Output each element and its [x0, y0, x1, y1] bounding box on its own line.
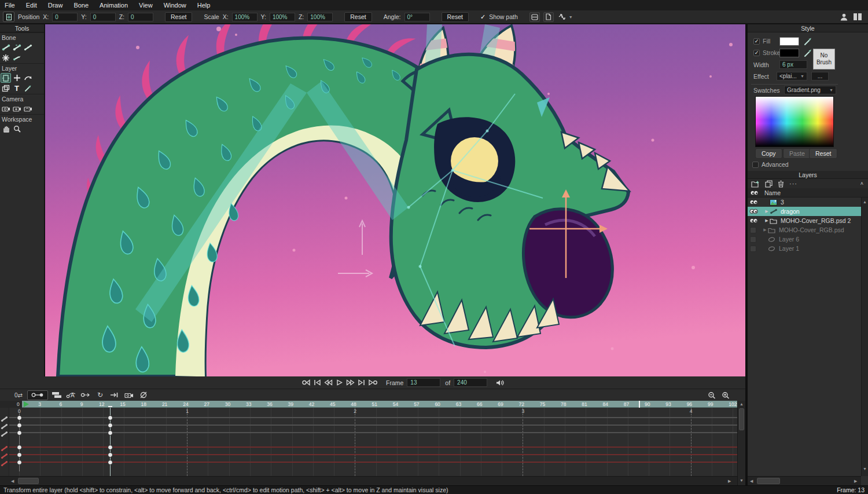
- timeline-horizontal-scrollbar[interactable]: ◀ ▶: [0, 476, 737, 485]
- keyframe-dot[interactable]: [108, 423, 113, 428]
- keyframe-dot[interactable]: [17, 445, 22, 450]
- keyframe-dot[interactable]: [108, 445, 113, 450]
- expand-arrow-icon[interactable]: ▶: [764, 218, 770, 223]
- effect-dropdown[interactable]: <plai...▼: [777, 72, 807, 80]
- go-to-end-button[interactable]: [356, 378, 367, 387]
- fill-color-swatch[interactable]: [779, 37, 799, 46]
- keyframe-interval-button[interactable]: [27, 390, 48, 400]
- layers-horizontal-scrollbar[interactable]: ◀ ▶: [748, 476, 861, 485]
- play-every-frame-button[interactable]: [367, 378, 378, 387]
- position-reset-button[interactable]: Reset: [165, 12, 192, 22]
- copy-frame-button[interactable]: [543, 12, 554, 22]
- scale-bone-tool[interactable]: [23, 42, 33, 52]
- frame-zero-keys-button[interactable]: 0⇄: [13, 390, 24, 400]
- angle-reset-button[interactable]: Reset: [442, 12, 469, 22]
- menu-edit[interactable]: Edit: [26, 2, 37, 9]
- scroll-up-icon[interactable]: ▲: [863, 200, 867, 204]
- audio-toggle-button[interactable]: [494, 378, 505, 387]
- new-layer-button[interactable]: [751, 180, 760, 188]
- layer-row[interactable]: Layer 1: [748, 244, 861, 253]
- zoom-workspace-tool[interactable]: [12, 124, 22, 134]
- scale-reset-button[interactable]: Reset: [344, 12, 372, 22]
- bone-channel-icon[interactable]: [1, 429, 8, 440]
- range-marker[interactable]: [639, 401, 640, 408]
- scroll-down-icon[interactable]: ▼: [863, 467, 867, 471]
- effect-more-button[interactable]: ...: [811, 72, 829, 80]
- menu-bone[interactable]: Bone: [73, 2, 89, 9]
- timeline-ruler[interactable]: 0369121518212427303336394245485154576063…: [0, 401, 737, 408]
- layer-hidden-toggle[interactable]: [750, 246, 756, 252]
- stroke-color-swatch[interactable]: [779, 49, 799, 57]
- menu-view[interactable]: View: [139, 2, 153, 9]
- canvas-artwork[interactable]: [45, 24, 745, 376]
- reparent-bone-tool[interactable]: [12, 53, 22, 63]
- menu-help[interactable]: Help: [197, 2, 211, 9]
- scroll-up-icon[interactable]: ▲: [740, 402, 744, 406]
- layer-hidden-toggle[interactable]: [750, 236, 756, 243]
- eyedropper-tool[interactable]: [23, 83, 33, 93]
- layer-row[interactable]: Layer 6: [748, 235, 861, 244]
- timeline-zoom-out-button[interactable]: [706, 390, 718, 400]
- timeline-vertical-scrollbar[interactable]: ▲ ▼: [737, 401, 745, 485]
- position-y-input[interactable]: 0: [90, 13, 116, 21]
- layer-visible-toggle[interactable]: [749, 199, 758, 205]
- mute-channel-button[interactable]: [138, 390, 149, 400]
- advanced-checkbox[interactable]: [752, 162, 759, 168]
- current-tool-icon[interactable]: [3, 12, 14, 22]
- color-spectrum-picker[interactable]: [755, 96, 834, 147]
- cycle-keys-button[interactable]: ↻: [94, 390, 106, 400]
- fill-checkbox[interactable]: ✓: [753, 38, 760, 45]
- expand-arrow-icon[interactable]: ▶: [762, 228, 768, 232]
- angle-input[interactable]: 0°: [404, 13, 430, 21]
- rotate-layer-tool[interactable]: [23, 73, 33, 83]
- width-input[interactable]: 6 px: [779, 60, 807, 69]
- scale-z-input[interactable]: 100%: [307, 13, 333, 21]
- layer-row[interactable]: ▶MOHO-Cover_RGB.psd 2: [748, 216, 861, 225]
- keyframe-dot[interactable]: [17, 452, 22, 458]
- playhead-marker[interactable]: [24, 401, 29, 407]
- keyframe-dot[interactable]: [108, 430, 113, 436]
- show-path-checkbox[interactable]: ✓: [480, 13, 486, 21]
- keyframe-dot[interactable]: [108, 452, 113, 458]
- layers-vertical-scrollbar[interactable]: ▲ ▼: [861, 197, 868, 476]
- layer-hidden-toggle[interactable]: [750, 227, 756, 233]
- style-copy-button[interactable]: Copy: [755, 148, 782, 159]
- layer-visible-toggle[interactable]: [749, 218, 758, 224]
- menu-animation[interactable]: Animation: [100, 2, 128, 9]
- no-brush-button[interactable]: No Brush: [813, 49, 835, 69]
- cycle-playback-button[interactable]: [301, 378, 312, 387]
- add-bone-tool[interactable]: [1, 53, 11, 63]
- keyframe-dot[interactable]: [108, 460, 113, 465]
- user-account-icon[interactable]: [840, 13, 848, 21]
- keyframe-link-button[interactable]: [80, 390, 91, 400]
- previous-keyframe-button[interactable]: [323, 378, 334, 387]
- swatches-dropdown[interactable]: Gradient.png▼: [784, 86, 836, 94]
- delete-layer-button[interactable]: [778, 180, 784, 188]
- keyframe-dot[interactable]: [17, 415, 22, 420]
- style-reset-button[interactable]: Reset: [809, 148, 837, 159]
- scrollbar-thumb[interactable]: [18, 478, 39, 484]
- layer-row[interactable]: ▶dragon: [748, 207, 861, 216]
- layer-channels-button[interactable]: [51, 390, 62, 400]
- duplicate-layer-button[interactable]: [765, 180, 773, 188]
- menu-draw[interactable]: Draw: [48, 2, 63, 9]
- keyframe-dot[interactable]: [17, 460, 22, 465]
- scroll-right-icon[interactable]: ▶: [728, 479, 731, 484]
- library-icon[interactable]: [853, 13, 862, 21]
- track-camera-tool[interactable]: [1, 104, 11, 114]
- zoom-camera-tool[interactable]: [12, 104, 22, 114]
- motion-graph-button[interactable]: A: [65, 390, 77, 400]
- layer-visible-toggle[interactable]: [749, 208, 758, 214]
- roll-camera-tool[interactable]: [23, 104, 33, 114]
- expand-arrow-icon[interactable]: ▶: [764, 209, 770, 214]
- position-z-input[interactable]: 0: [128, 13, 153, 21]
- fill-eyedropper-icon[interactable]: [804, 37, 812, 46]
- collapse-panel-button[interactable]: ˄: [860, 181, 868, 186]
- go-to-start-button[interactable]: [312, 378, 323, 387]
- transform-layer-tool[interactable]: [1, 73, 11, 83]
- timeline-tracks[interactable]: 01234: [0, 408, 737, 476]
- insert-text-tool[interactable]: T: [12, 83, 22, 93]
- stroke-eyedropper-icon[interactable]: [804, 49, 812, 57]
- timeline-zoom-in-button[interactable]: [720, 390, 731, 400]
- stroke-checkbox[interactable]: ✓: [753, 50, 760, 56]
